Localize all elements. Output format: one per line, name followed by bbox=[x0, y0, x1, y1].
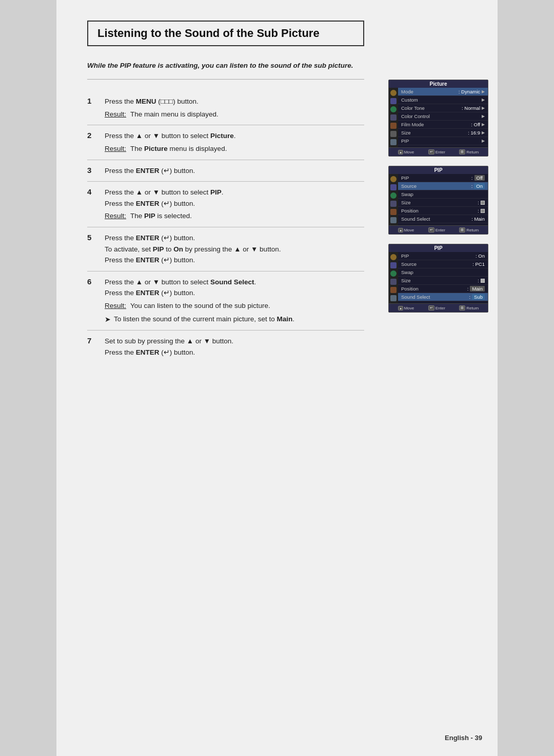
step-content-4: Press the ▲ or ▼ button to select PIP. P… bbox=[105, 187, 364, 222]
menu1-rows: Mode : Dynamic ▶ Custom ▶ Color Tone : N… bbox=[398, 88, 488, 147]
result-text-6: You can listen to the sound of the sub p… bbox=[130, 300, 270, 312]
icon2-6 bbox=[390, 217, 397, 223]
icon-color-tone bbox=[390, 106, 397, 112]
step-6: 6 Press the ▲ or ▼ button to select Soun… bbox=[87, 272, 364, 331]
menu1-row-mode: Mode : Dynamic ▶ bbox=[398, 88, 488, 96]
icon3-5 bbox=[390, 287, 397, 293]
menu2-row-position: Position : bbox=[398, 207, 488, 215]
menu3-row-pip: PIP : On bbox=[398, 252, 488, 260]
icon-size bbox=[390, 131, 397, 137]
icon3-4 bbox=[390, 279, 397, 285]
menu3-footer-return: ⊞ Return bbox=[459, 305, 479, 311]
icon2-2 bbox=[390, 184, 397, 190]
menu3-footer: ⬥ Move ↵ Enter ⊞ Return bbox=[389, 303, 488, 312]
icon-custom bbox=[390, 98, 397, 104]
icon2-5 bbox=[390, 209, 397, 215]
icon3-1 bbox=[390, 254, 397, 260]
menu3-footer-move: ⬥ Move bbox=[398, 305, 414, 311]
icon-color-control bbox=[390, 114, 397, 121]
result-text-4: The PIP is selected. bbox=[130, 210, 192, 222]
menu2-footer-return: ⊞ Return bbox=[459, 227, 479, 232]
result-text-2: The Picture menu is displayed. bbox=[130, 143, 227, 154]
step-content-2: Press the ▲ or ▼ button to select Pictur… bbox=[105, 130, 364, 154]
menu2-row-soundselect: Sound Select : Main bbox=[398, 215, 488, 223]
menu2-row-source: Source : On bbox=[398, 182, 488, 190]
menu3-body: PIP : On Source : PC1 Swap Size : bbox=[389, 252, 488, 303]
page-title-box: Listening to the Sound of the Sub Pictur… bbox=[87, 21, 364, 46]
icon2-3 bbox=[390, 192, 397, 199]
menu2-body: PIP : Off Source : On Swap Size : bbox=[389, 174, 488, 225]
step-4: 4 Press the ▲ or ▼ button to select PIP.… bbox=[87, 182, 364, 227]
menu3-row-soundselect: Sound Select : Sub bbox=[398, 293, 488, 301]
page-title: Listening to the Sound of the Sub Pictur… bbox=[97, 27, 354, 40]
icon2-4 bbox=[390, 201, 397, 207]
note-arrow-6: ➤ bbox=[105, 314, 111, 325]
note-text-6: To listen the sound of the current main … bbox=[114, 314, 294, 325]
steps-container: 1 Press the MENU (□□□) button. Result: T… bbox=[87, 91, 364, 363]
step-1: 1 Press the MENU (□□□) button. Result: T… bbox=[87, 91, 364, 125]
intro-text: While the PIP feature is activating, you… bbox=[87, 61, 364, 80]
step-content-7: Set to sub by pressing the ▲ or ▼ button… bbox=[105, 336, 364, 358]
step-number-2: 2 bbox=[87, 130, 97, 154]
menu2-footer-enter: ↵ Enter bbox=[428, 227, 445, 232]
step-3: 3 Press the ENTER (↵) button. bbox=[87, 160, 364, 182]
menu2-footer: ⬥ Move ↵ Enter ⊞ Return bbox=[389, 225, 488, 234]
menu1-row-pip: PIP ▶ bbox=[398, 137, 488, 145]
menu-screenshot-3: PIP PIP : On Source bbox=[388, 244, 488, 313]
icon-film-mode bbox=[390, 123, 397, 129]
icon-pip bbox=[390, 139, 397, 145]
icon3-2 bbox=[390, 262, 397, 268]
menu3-row-size: Size : bbox=[398, 277, 488, 285]
menu2-title: PIP bbox=[389, 166, 488, 174]
step-content-6: Press the ▲ or ▼ button to select Sound … bbox=[105, 277, 364, 325]
menu2-row-size: Size : bbox=[398, 199, 488, 207]
menu2-row-pip: PIP : Off bbox=[398, 174, 488, 182]
menu3-footer-enter: ↵ Enter bbox=[428, 305, 445, 311]
icon3-6 bbox=[390, 295, 397, 301]
step-5: 5 Press the ENTER (↵) button. To activat… bbox=[87, 227, 364, 272]
content-area: Listening to the Sound of the Sub Pictur… bbox=[87, 21, 364, 363]
step-number-1: 1 bbox=[87, 96, 97, 120]
icon2-1 bbox=[390, 176, 397, 182]
result-label-6: Result: bbox=[105, 300, 126, 312]
result-text-1: The main menu is displayed. bbox=[130, 109, 219, 120]
menu1-body: Mode : Dynamic ▶ Custom ▶ Color Tone : N… bbox=[389, 88, 488, 147]
menu3-icons bbox=[389, 252, 398, 303]
menu-screenshot-1: Picture Mode : Dynamic ▶ bbox=[388, 80, 488, 157]
step-content-5: Press the ENTER (↵) button. To activate,… bbox=[105, 232, 364, 266]
menu1-footer-enter: ↵ Enter bbox=[428, 149, 445, 154]
menu1-footer-return: ⊞ Return bbox=[459, 149, 479, 154]
icon-picture bbox=[390, 90, 397, 96]
step-number-7: 7 bbox=[87, 336, 97, 358]
menu3-row-swap: Swap bbox=[398, 268, 488, 277]
result-label-1: Result: bbox=[105, 109, 126, 120]
page-footer: English - 39 bbox=[445, 734, 482, 742]
menu2-footer-move: ⬥ Move bbox=[398, 227, 414, 232]
step-content-1: Press the MENU (□□□) button. Result: The… bbox=[105, 96, 364, 120]
step-2: 2 Press the ▲ or ▼ button to select Pict… bbox=[87, 125, 364, 160]
step-number-6: 6 bbox=[87, 277, 97, 325]
menu3-rows: PIP : On Source : PC1 Swap Size : bbox=[398, 252, 488, 303]
result-label-4: Result: bbox=[105, 210, 126, 222]
result-label-2: Result: bbox=[105, 143, 126, 154]
menu2-icons bbox=[389, 174, 398, 225]
icon3-3 bbox=[390, 270, 397, 277]
menu1-row-colortone: Color Tone : Normal ▶ bbox=[398, 104, 488, 112]
menu1-row-colorcontrol: Color Control ▶ bbox=[398, 112, 488, 121]
page: Listening to the Sound of the Sub Pictur… bbox=[56, 0, 498, 756]
menu1-icons bbox=[389, 88, 398, 147]
step-7: 7 Set to sub by pressing the ▲ or ▼ butt… bbox=[87, 331, 364, 363]
step-content-3: Press the ENTER (↵) button. bbox=[105, 165, 364, 177]
step-number-4: 4 bbox=[87, 187, 97, 222]
menu1-footer: ⬥ Move ↵ Enter ⊞ Return bbox=[389, 147, 488, 156]
menu3-row-source: Source : PC1 bbox=[398, 260, 488, 268]
menu1-row-filmmode: Film Mode : Off ▶ bbox=[398, 121, 488, 129]
menu2-rows: PIP : Off Source : On Swap Size : bbox=[398, 174, 488, 225]
menu2-row-swap: Swap bbox=[398, 190, 488, 199]
menu3-title: PIP bbox=[389, 244, 488, 252]
menu1-row-size: Size : 16:9 ▶ bbox=[398, 129, 488, 137]
menu-screenshot-2: PIP PIP : Off Source bbox=[388, 166, 488, 235]
menu1-row-custom: Custom ▶ bbox=[398, 96, 488, 104]
menu3-row-position: Position : Main bbox=[398, 285, 488, 293]
step-number-5: 5 bbox=[87, 232, 97, 266]
